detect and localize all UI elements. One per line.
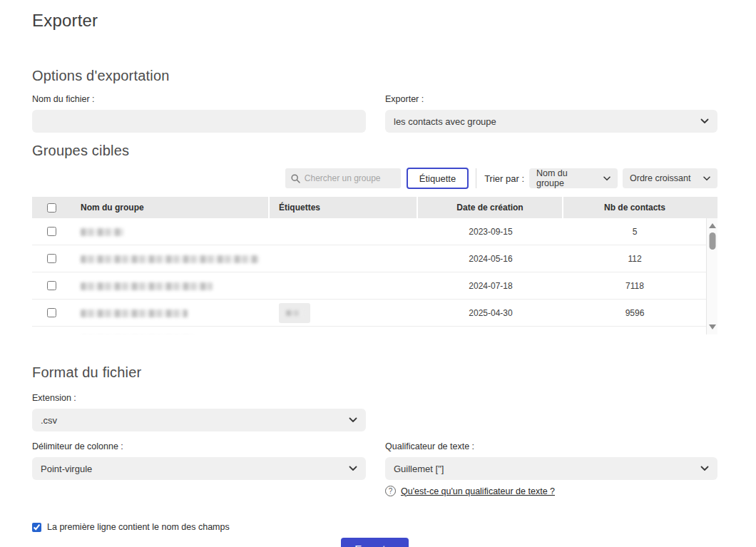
filename-input[interactable] [32,110,366,133]
qualifier-help-line: ? Qu'est-ce qu'un qualificateur de texte… [385,486,717,496]
group-row-checkbox[interactable] [47,227,56,236]
group-creation-date: 2025-04-30 [418,308,563,318]
delimiter-select[interactable]: Point-virgule [32,457,366,480]
chevron-down-icon [700,466,709,471]
header-tags: Étiquettes [270,197,418,218]
scroll-up-icon[interactable] [709,223,716,228]
extension-field: Extension : .csv [32,393,366,431]
groups-toolbar: Étiquette Trier par : Nom du groupe Ordr… [32,168,717,189]
table-scrollbar[interactable] [706,218,717,334]
export-button[interactable]: Exporter [341,538,409,547]
groups-table-viewport: 2023-09-15 5 2024-05-16 112 2024-07- [32,218,717,334]
export-options-heading: Options d'exportation [32,68,717,84]
groups-table: Nom du groupe Étiquettes Date de créatio… [32,197,717,334]
qualifier-help-link[interactable]: Qu'est-ce qu'un qualificateur de texte ? [401,486,555,496]
qualifier-value: Guillemet ["] [394,464,444,474]
qualifier-field: Qualificateur de texte : Guillemet ["] ?… [385,441,717,496]
sort-by-label: Trier par : [484,173,524,184]
table-row: 2025-04-30 9596 [32,300,706,327]
extension-label: Extension : [32,393,366,403]
group-tags-cell [270,303,418,323]
filename-label: Nom du fichier : [32,94,366,104]
group-name-redacted [81,228,123,236]
header-group-name: Nom du groupe [71,197,270,218]
group-row-checkbox[interactable] [47,281,56,290]
export-options-section: Options d'exportation Nom du fichier : E… [32,68,717,133]
extension-value: .csv [41,415,57,426]
sort-order-value: Ordre croissant [630,173,690,183]
group-search-box[interactable] [285,168,401,188]
group-creation-date: 2024-05-16 [418,254,563,264]
delimiter-field: Délimiteur de colonne : Point-virgule [32,441,366,496]
group-name-redacted [81,255,259,263]
tag-filter-button[interactable]: Étiquette [407,168,469,189]
first-line-option: La première ligne contient le nom des ch… [32,522,717,532]
first-line-label: La première ligne contient le nom des ch… [47,522,230,532]
export-type-field: Exporter : les contacts avec groupe [385,94,717,133]
scroll-down-icon[interactable] [709,324,716,329]
select-all-cell [32,197,71,218]
group-contact-count: 7118 [563,281,706,291]
export-page: Exporter Options d'exportation Nom du fi… [0,0,756,547]
sort-field-select[interactable]: Nom du groupe [529,168,618,188]
group-creation-date: 2023-09-15 [418,227,563,237]
sort-order-select[interactable]: Ordre croissant [623,168,717,188]
table-row: 2023-09-15 5 [32,218,706,245]
group-table-body: 2023-09-15 5 2024-05-16 112 2024-07- [32,218,706,334]
row-checkbox-cell [32,281,71,290]
chevron-down-icon [703,176,710,181]
group-search-input[interactable] [305,173,395,183]
search-icon [291,174,300,183]
group-contact-count: 5 [563,227,706,237]
qualifier-select[interactable]: Guillemet ["] [385,457,717,480]
filename-field: Nom du fichier : [32,94,366,133]
row-checkbox-cell [32,227,71,236]
qualifier-label: Qualificateur de texte : [385,441,717,451]
table-row: 2024-05-16 112 [32,245,706,272]
chevron-down-icon [603,176,611,181]
header-scrollbar-spacer [706,197,717,218]
file-format-heading: Format du fichier [32,364,717,381]
row-checkbox-cell [32,254,71,263]
help-icon: ? [385,486,396,496]
scrollbar-thumb[interactable] [709,232,715,250]
table-row: 2024-07-18 7118 [32,272,706,300]
first-line-checkbox[interactable] [32,523,41,532]
select-all-checkbox[interactable] [47,203,56,213]
toolbar-divider [476,168,476,188]
target-groups-section: Groupes cibles Étiquette Trier par : Nom… [32,143,717,334]
target-groups-heading: Groupes cibles [32,143,717,159]
group-row-checkbox[interactable] [47,254,56,263]
tag-redacted [286,310,303,316]
export-type-value: les contacts avec groupe [394,116,496,127]
group-name-redacted [81,310,188,317]
export-type-label: Exporter : [385,94,717,104]
group-contact-count: 9596 [563,308,706,318]
group-name-cell [71,281,270,291]
footer-actions: Exporter [32,538,717,547]
group-row-checkbox[interactable] [47,308,56,317]
delimiter-value: Point-virgule [41,464,92,474]
sort-field-value: Nom du groupe [536,168,598,188]
page-title: Exporter [32,11,717,31]
chevron-down-icon [349,417,357,423]
table-row: 2024-12-19 84 [32,327,706,334]
row-checkbox-cell [32,308,71,317]
chevron-down-icon [700,118,709,124]
group-name-cell [71,227,270,237]
header-creation-date: Date de création [418,197,563,218]
header-contact-count: Nb de contacts [563,197,706,218]
group-name-cell [71,254,270,264]
group-name-redacted [81,282,213,290]
export-type-select[interactable]: les contacts avec groupe [385,110,717,133]
group-creation-date: 2024-07-18 [418,281,563,291]
file-format-section: Format du fichier Extension : .csv Délim… [32,364,717,496]
extension-select[interactable]: .csv [32,409,366,431]
group-tag-chip [279,303,310,323]
chevron-down-icon [349,466,357,471]
group-name-cell [71,308,270,318]
groups-table-header: Nom du groupe Étiquettes Date de créatio… [32,197,717,218]
delimiter-label: Délimiteur de colonne : [32,441,366,451]
group-contact-count: 112 [563,254,706,264]
